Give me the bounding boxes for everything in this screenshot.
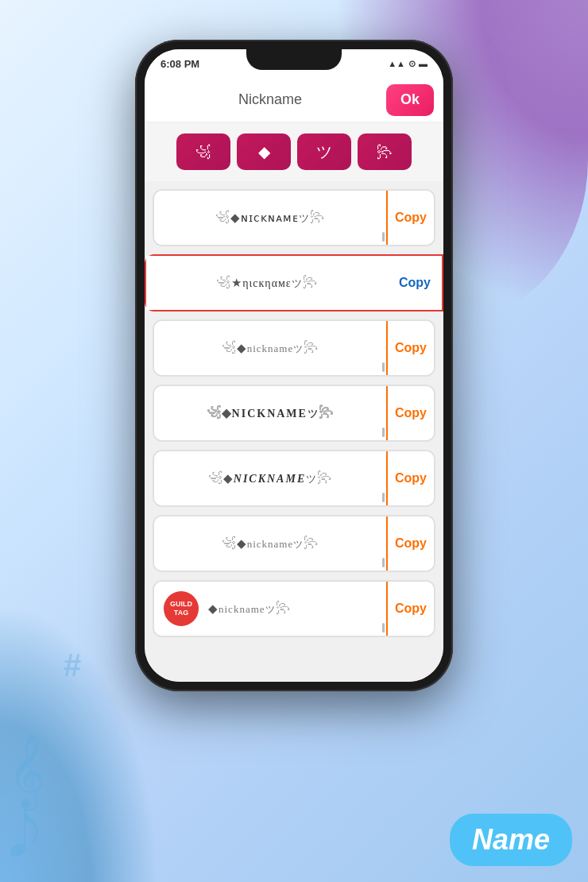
hashtag-decoration: #	[64, 648, 81, 683]
nickname-text-5: ꧁◆NICKNAMEツ꧂	[208, 469, 332, 487]
nickname-row-1: ꧁◆ɴɪᴄᴋɴᴀᴍᴇツ꧂ Copy	[153, 189, 435, 246]
nickname-display-2: ꧁★ηιcкηαмεツ꧂	[146, 256, 388, 310]
nickname-display-6: ꧁◆nicknameツ꧂	[154, 516, 386, 571]
status-icons: ▲▲ ⊙ ▬	[388, 59, 427, 69]
nickname-row-7: GUILD TAG ◆nicknameツ꧂ Copy	[153, 580, 435, 637]
phone-wrapper: 6:08 PM ▲▲ ⊙ ▬ Nickname Ok ꧁ ◆ ツ ꧂	[135, 40, 453, 691]
page-title: Nickname	[154, 91, 386, 108]
copy-button-7[interactable]: Copy	[386, 582, 434, 636]
nickname-row-5: ꧁◆NICKNAMEツ꧂ Copy	[153, 450, 435, 507]
guild-text: GUILD	[170, 600, 192, 609]
nickname-row-3: ꧁◆nicknameツ꧂ Copy	[153, 319, 435, 377]
nickname-text-4: ꧁◆NICKNAMEツ꧂	[207, 404, 334, 422]
style-buttons-row: ꧁ ◆ ツ ꧂	[145, 122, 443, 181]
notch	[246, 49, 342, 70]
nickname-display-4: ꧁◆NICKNAMEツ꧂	[154, 386, 386, 440]
phone-screen: 6:08 PM ▲▲ ⊙ ▬ Nickname Ok ꧁ ◆ ツ ꧂	[145, 49, 443, 682]
nickname-text-1: ꧁◆ɴɪᴄᴋɴᴀᴍᴇツ꧂	[215, 208, 325, 226]
nickname-display-7: GUILD TAG ◆nicknameツ꧂	[154, 582, 386, 636]
nickname-row-6: ꧁◆nicknameツ꧂ Copy	[153, 515, 435, 572]
nickname-text-3: ꧁◆nicknameツ꧂	[222, 338, 319, 357]
nickname-display-1: ꧁◆ɴɪᴄᴋɴᴀᴍᴇツ꧂	[154, 191, 386, 245]
nickname-text-6: ꧁◆nicknameツ꧂	[222, 534, 319, 552]
nickname-row-2-highlighted: ꧁★ηιcкηαмεツ꧂ Copy	[145, 254, 443, 311]
signal-icon: ▲▲	[388, 59, 405, 68]
battery-icon: ▬	[419, 59, 427, 68]
status-bar: 6:08 PM ▲▲ ⊙ ▬	[145, 49, 443, 78]
wifi-icon: ⊙	[408, 59, 416, 69]
nickname-row-4: ꧁◆NICKNAMEツ꧂ Copy	[153, 385, 435, 442]
guild-tag-badge: GUILD TAG	[164, 591, 199, 626]
copy-button-6[interactable]: Copy	[386, 516, 434, 571]
nickname-text-2: ꧁★ηιcкηαмεツ꧂	[216, 273, 318, 292]
copy-button-3[interactable]: Copy	[386, 321, 434, 375]
ok-button[interactable]: Ok	[386, 84, 434, 116]
diamond-style-button[interactable]: ◆	[237, 133, 291, 170]
music-notes-decoration: 𝄞𝅘𝅥𝅮	[8, 739, 45, 866]
status-time: 6:08 PM	[161, 58, 199, 70]
swirl2-style-button[interactable]: ꧂	[358, 133, 412, 170]
tag-text: TAG	[174, 609, 188, 617]
nickname-display-5: ꧁◆NICKNAMEツ꧂	[154, 451, 386, 505]
nickname-list: ꧁◆ɴɪᴄᴋɴᴀᴍᴇツ꧂ Copy ꧁★ηιcкηαмεツ꧂ Copy	[145, 181, 443, 682]
smile-style-button[interactable]: ツ	[297, 133, 351, 170]
swirl-style-button[interactable]: ꧁	[176, 133, 230, 170]
copy-button-5[interactable]: Copy	[386, 451, 434, 505]
phone-outer: 6:08 PM ▲▲ ⊙ ▬ Nickname Ok ꧁ ◆ ツ ꧂	[135, 40, 453, 691]
name-badge: Name	[450, 814, 572, 866]
copy-button-1[interactable]: Copy	[386, 191, 434, 245]
header-bar: Nickname Ok	[145, 78, 443, 122]
nickname-display-3: ꧁◆nicknameツ꧂	[154, 321, 386, 375]
copy-button-4[interactable]: Copy	[386, 386, 434, 440]
copy-button-2-outside[interactable]: Copy	[388, 256, 442, 310]
nickname-text-7: ◆nicknameツ꧂	[208, 599, 291, 617]
